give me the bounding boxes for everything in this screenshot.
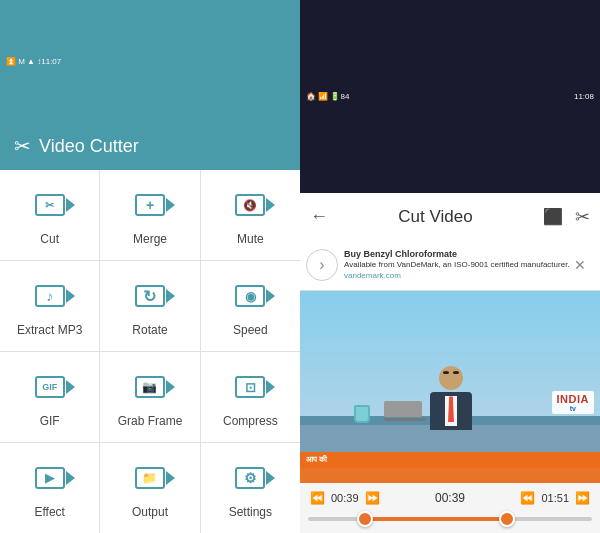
settings-icon-wrapper: ⚙ [223,457,277,499]
status-time-left: 11:07 [41,57,61,66]
right-time-control: ⏪ 01:51 ⏩ [518,489,592,507]
speed-icon-wrapper: ◉ [223,275,277,317]
cut-label: Cut [40,232,59,246]
ad-url: vandemark.com [344,271,570,281]
header-actions: ⬛ ✂ [543,206,590,228]
merge-label: Merge [133,232,167,246]
trim-end-time: 01:51 [541,492,569,504]
compress-label: Compress [223,414,278,428]
compress-cam: ⊡ [235,376,265,398]
status-bar-right: 🏠 📶 🔋84 11:08 [300,0,600,193]
news-ticker: आप की [300,452,600,468]
extract-cam: ♪ [35,285,65,307]
progress-range [365,517,507,521]
rotate-label: Rotate [132,323,167,337]
grid-item-merge[interactable]: + Merge [100,170,199,260]
left-time-control: ⏪ 00:39 ⏩ [308,489,382,507]
header-left: ← [310,206,328,227]
app-title: Video Cutter [39,136,139,157]
anchor-figure [426,366,476,421]
speed-label: Speed [233,323,268,337]
effect-icon-wrapper: ▶ [23,457,77,499]
grid-item-output[interactable]: 📁 Output [100,443,199,533]
progress-track [308,517,592,521]
ad-close-button[interactable]: ✕ [574,257,586,273]
status-bar-left: ⏫ M ▲ ↕ 11:07 [0,0,300,122]
ad-title: Buy Benzyl Chloroformate [344,249,570,261]
speed-cam: ◉ [235,285,265,307]
cut-button[interactable]: ✂ [575,206,590,228]
grid-item-compress[interactable]: ⊡ Compress [201,352,300,442]
grab-cam: 📷 [135,376,165,398]
grid-item-gif[interactable]: GIF GIF [0,352,99,442]
controls-row: ⏪ 00:39 ⏩ 00:39 ⏪ 01:51 ⏩ [308,489,592,507]
grid-item-speed[interactable]: ◉ Speed [201,261,300,351]
forward-right-button[interactable]: ⏩ [573,489,592,507]
extract-icon-wrapper: ♪ [23,275,77,317]
grid-item-mute[interactable]: 🔇 Mute [201,170,300,260]
right-header: ← Cut Video ⬛ ✂ [300,193,600,241]
cut-icon-wrapper: ✂ [23,184,77,226]
gif-cam: GIF [35,376,65,398]
grid-item-extract[interactable]: ♪ Extract MP3 [0,261,99,351]
status-icons-left: ⏫ M ▲ ↕ [6,57,41,66]
left-header: ✂ Video Cutter [0,122,300,170]
ad-description: Available from VanDeMark, an ISO-9001 ce… [344,260,570,270]
extract-label: Extract MP3 [17,323,82,337]
video-controls: ⏪ 00:39 ⏩ 00:39 ⏪ 01:51 ⏩ [300,483,600,533]
anchor-head [439,366,463,390]
tool-grid: ✂ Cut + Merge [0,170,300,533]
gif-icon-wrapper: GIF [23,366,77,408]
grid-item-settings[interactable]: ⚙ Settings [201,443,300,533]
rotate-cam: ↻ [135,285,165,307]
left-panel: ⏫ M ▲ ↕ 11:07 ✂ Video Cutter ✂ Cut [0,0,300,533]
output-icon-wrapper: 📁 [123,457,177,499]
trim-start-time: 00:39 [331,492,359,504]
merge-icon-wrapper: + [123,184,177,226]
app-scissors-icon: ✂ [14,134,31,158]
output-cam: 📁 [135,467,165,489]
current-time-display: 00:39 [435,491,465,505]
back-button[interactable]: ← [310,206,328,227]
cut-cam: ✂ [35,194,65,216]
mute-cam: 🔇 [235,194,265,216]
mute-label: Mute [237,232,264,246]
effect-cam: ▶ [35,467,65,489]
mute-icon-wrapper: 🔇 [223,184,277,226]
output-label: Output [132,505,168,519]
settings-cam: ⚙ [235,467,265,489]
forward-left-button[interactable]: ⏩ [363,489,382,507]
rewind-left-button[interactable]: ⏪ [308,489,327,507]
grid-item-cut[interactable]: ✂ Cut [0,170,99,260]
gif-label: GIF [40,414,60,428]
laptop [384,401,422,423]
status-time-right: 11:08 [574,92,594,101]
rewind-right-button[interactable]: ⏪ [518,489,537,507]
effect-label: Effect [34,505,64,519]
right-panel: 🏠 📶 🔋84 11:08 ← Cut Video ⬛ ✂ › Buy Benz… [300,0,600,533]
india-tv-logo: INDIA tv [552,391,594,414]
grid-item-effect[interactable]: ▶ Effect [0,443,99,533]
progress-thumb-left[interactable] [357,511,373,527]
status-icons-right: 🏠 📶 🔋84 [306,92,349,101]
video-area: SYSKALED INDIA tv आप की [300,291,600,484]
ticker-bar [300,468,600,483]
grid-item-grab[interactable]: 📷 Grab Frame [100,352,199,442]
progress-bar[interactable] [308,511,592,527]
rotate-icon-wrapper: ↻ [123,275,177,317]
save-button[interactable]: ⬛ [543,207,563,226]
grab-label: Grab Frame [118,414,183,428]
ad-banner[interactable]: › Buy Benzyl Chloroformate Available fro… [300,241,600,291]
compress-icon-wrapper: ⊡ [223,366,277,408]
grid-item-rotate[interactable]: ↻ Rotate [100,261,199,351]
ad-icon: › [306,249,338,281]
grab-icon-wrapper: 📷 [123,366,177,408]
ad-info: Buy Benzyl Chloroformate Available from … [344,249,570,281]
progress-thumb-right[interactable] [499,511,515,527]
merge-cam: + [135,194,165,216]
cut-video-title: Cut Video [398,207,472,227]
anchor-suit [430,392,472,430]
settings-label: Settings [229,505,272,519]
video-frame: SYSKALED INDIA tv आप की [300,291,600,484]
mug [354,405,370,423]
